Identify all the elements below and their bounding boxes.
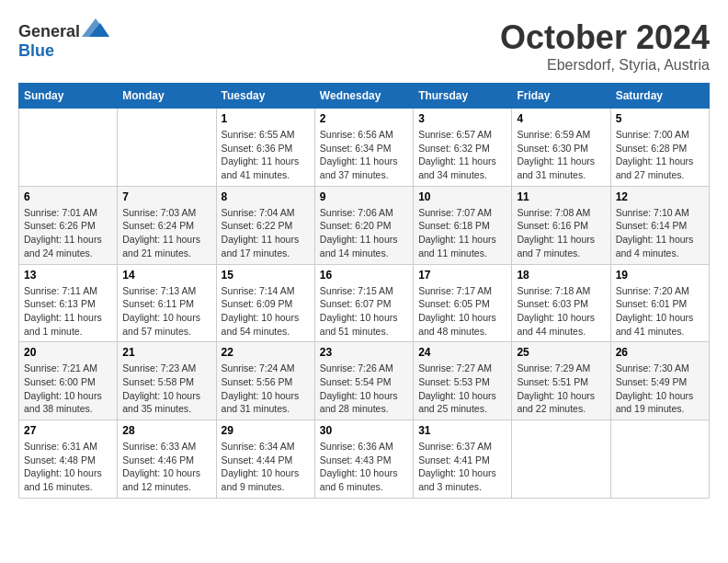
day-number: 17 bbox=[418, 269, 506, 282]
day-info: Sunrise: 6:37 AMSunset: 4:41 PMDaylight:… bbox=[418, 440, 506, 494]
location-title: Ebersdorf, Styria, Austria bbox=[500, 57, 710, 74]
calendar-cell: 27Sunrise: 6:31 AMSunset: 4:48 PMDayligh… bbox=[19, 420, 118, 499]
day-info: Sunrise: 7:24 AMSunset: 5:56 PMDaylight:… bbox=[222, 362, 310, 416]
calendar-cell: 4Sunrise: 6:59 AMSunset: 6:30 PMDaylight… bbox=[512, 109, 610, 187]
calendar-cell: 29Sunrise: 6:34 AMSunset: 4:44 PMDayligh… bbox=[216, 420, 314, 499]
calendar-cell: 2Sunrise: 6:56 AMSunset: 6:34 PMDaylight… bbox=[314, 109, 413, 187]
day-info: Sunrise: 7:07 AMSunset: 6:18 PMDaylight:… bbox=[418, 206, 506, 260]
day-info: Sunrise: 7:04 AMSunset: 6:22 PMDaylight:… bbox=[222, 206, 310, 260]
day-number: 23 bbox=[320, 346, 408, 359]
logo: General Blue bbox=[18, 18, 109, 61]
calendar-cell: 25Sunrise: 7:29 AMSunset: 5:51 PMDayligh… bbox=[512, 342, 610, 420]
day-info: Sunrise: 7:08 AMSunset: 6:16 PMDaylight:… bbox=[517, 206, 605, 260]
day-info: Sunrise: 7:17 AMSunset: 6:05 PMDaylight:… bbox=[418, 284, 506, 339]
weekday-header-monday: Monday bbox=[118, 84, 216, 109]
calendar-cell: 17Sunrise: 7:17 AMSunset: 6:05 PMDayligh… bbox=[414, 264, 512, 342]
logo-text-general: General bbox=[18, 22, 80, 40]
logo-icon bbox=[82, 18, 109, 37]
day-number: 5 bbox=[616, 112, 704, 125]
day-number: 11 bbox=[517, 190, 605, 203]
calendar-cell bbox=[610, 420, 709, 499]
day-info: Sunrise: 7:00 AMSunset: 6:28 PMDaylight:… bbox=[616, 128, 704, 182]
day-number: 2 bbox=[320, 112, 408, 125]
day-number: 9 bbox=[320, 190, 408, 203]
day-info: Sunrise: 6:36 AMSunset: 4:43 PMDaylight:… bbox=[320, 440, 408, 494]
day-info: Sunrise: 7:21 AMSunset: 6:00 PMDaylight:… bbox=[24, 362, 112, 416]
day-info: Sunrise: 7:06 AMSunset: 6:20 PMDaylight:… bbox=[320, 206, 408, 260]
day-info: Sunrise: 7:26 AMSunset: 5:54 PMDaylight:… bbox=[320, 362, 408, 416]
day-number: 26 bbox=[616, 346, 704, 359]
day-number: 13 bbox=[24, 269, 112, 282]
calendar-cell: 8Sunrise: 7:04 AMSunset: 6:22 PMDaylight… bbox=[216, 186, 314, 264]
day-info: Sunrise: 7:10 AMSunset: 6:14 PMDaylight:… bbox=[616, 206, 704, 260]
calendar-cell: 28Sunrise: 6:33 AMSunset: 4:46 PMDayligh… bbox=[118, 420, 216, 499]
calendar-cell: 14Sunrise: 7:13 AMSunset: 6:11 PMDayligh… bbox=[118, 264, 216, 342]
weekday-header-row: SundayMondayTuesdayWednesdayThursdayFrid… bbox=[19, 84, 710, 109]
calendar-cell: 22Sunrise: 7:24 AMSunset: 5:56 PMDayligh… bbox=[216, 342, 314, 420]
day-number: 25 bbox=[517, 346, 605, 359]
calendar-cell: 26Sunrise: 7:30 AMSunset: 5:49 PMDayligh… bbox=[610, 342, 709, 420]
calendar-cell: 18Sunrise: 7:18 AMSunset: 6:03 PMDayligh… bbox=[512, 264, 610, 342]
day-number: 15 bbox=[222, 269, 310, 282]
calendar-cell: 12Sunrise: 7:10 AMSunset: 6:14 PMDayligh… bbox=[610, 186, 709, 264]
calendar-week-row: 6Sunrise: 7:01 AMSunset: 6:26 PMDaylight… bbox=[19, 186, 710, 264]
day-number: 18 bbox=[517, 269, 605, 282]
calendar-cell: 6Sunrise: 7:01 AMSunset: 6:26 PMDaylight… bbox=[19, 186, 118, 264]
day-number: 24 bbox=[418, 346, 506, 359]
day-info: Sunrise: 7:11 AMSunset: 6:13 PMDaylight:… bbox=[24, 284, 112, 339]
logo-wordmark: General Blue bbox=[18, 18, 109, 61]
calendar-cell: 15Sunrise: 7:14 AMSunset: 6:09 PMDayligh… bbox=[216, 264, 314, 342]
day-number: 20 bbox=[24, 346, 112, 359]
day-number: 19 bbox=[616, 269, 704, 282]
day-number: 10 bbox=[418, 190, 506, 203]
title-area: October 2024 Ebersdorf, Styria, Austria bbox=[500, 18, 710, 74]
day-info: Sunrise: 7:29 AMSunset: 5:51 PMDaylight:… bbox=[517, 362, 605, 416]
calendar-cell: 10Sunrise: 7:07 AMSunset: 6:18 PMDayligh… bbox=[414, 186, 512, 264]
calendar-week-row: 27Sunrise: 6:31 AMSunset: 4:48 PMDayligh… bbox=[19, 420, 710, 499]
calendar-cell: 5Sunrise: 7:00 AMSunset: 6:28 PMDaylight… bbox=[610, 109, 709, 187]
day-info: Sunrise: 6:56 AMSunset: 6:34 PMDaylight:… bbox=[320, 128, 408, 182]
day-number: 12 bbox=[616, 190, 704, 203]
calendar-week-row: 20Sunrise: 7:21 AMSunset: 6:00 PMDayligh… bbox=[19, 342, 710, 420]
day-number: 30 bbox=[320, 424, 408, 437]
day-number: 16 bbox=[320, 269, 408, 282]
calendar-cell: 16Sunrise: 7:15 AMSunset: 6:07 PMDayligh… bbox=[314, 264, 413, 342]
day-info: Sunrise: 6:57 AMSunset: 6:32 PMDaylight:… bbox=[418, 128, 506, 182]
day-info: Sunrise: 7:30 AMSunset: 5:49 PMDaylight:… bbox=[616, 362, 704, 416]
weekday-header-friday: Friday bbox=[512, 84, 610, 109]
day-number: 29 bbox=[222, 424, 310, 437]
month-title: October 2024 bbox=[500, 18, 710, 57]
day-number: 4 bbox=[517, 112, 605, 125]
day-info: Sunrise: 7:23 AMSunset: 5:58 PMDaylight:… bbox=[122, 362, 210, 416]
calendar-cell bbox=[118, 109, 216, 187]
day-number: 6 bbox=[24, 190, 112, 203]
day-info: Sunrise: 7:20 AMSunset: 6:01 PMDaylight:… bbox=[616, 284, 704, 339]
calendar-cell: 30Sunrise: 6:36 AMSunset: 4:43 PMDayligh… bbox=[314, 420, 413, 499]
day-number: 7 bbox=[122, 190, 210, 203]
calendar-cell: 24Sunrise: 7:27 AMSunset: 5:53 PMDayligh… bbox=[414, 342, 512, 420]
calendar-cell: 3Sunrise: 6:57 AMSunset: 6:32 PMDaylight… bbox=[414, 109, 512, 187]
weekday-header-thursday: Thursday bbox=[414, 84, 512, 109]
day-info: Sunrise: 6:55 AMSunset: 6:36 PMDaylight:… bbox=[222, 128, 310, 182]
day-info: Sunrise: 7:27 AMSunset: 5:53 PMDaylight:… bbox=[418, 362, 506, 416]
day-number: 22 bbox=[222, 346, 310, 359]
logo-text-blue: Blue bbox=[18, 41, 54, 60]
day-number: 8 bbox=[222, 190, 310, 203]
weekday-header-sunday: Sunday bbox=[19, 84, 118, 109]
calendar-cell: 31Sunrise: 6:37 AMSunset: 4:41 PMDayligh… bbox=[414, 420, 512, 499]
calendar-cell: 1Sunrise: 6:55 AMSunset: 6:36 PMDaylight… bbox=[216, 109, 314, 187]
day-number: 3 bbox=[418, 112, 506, 125]
calendar-week-row: 1Sunrise: 6:55 AMSunset: 6:36 PMDaylight… bbox=[19, 109, 710, 187]
weekday-header-tuesday: Tuesday bbox=[216, 84, 314, 109]
day-number: 28 bbox=[122, 424, 210, 437]
page-header: General Blue October 2024 Ebersdorf, Sty… bbox=[18, 18, 710, 74]
day-number: 21 bbox=[122, 346, 210, 359]
day-info: Sunrise: 6:31 AMSunset: 4:48 PMDaylight:… bbox=[24, 440, 112, 494]
day-number: 31 bbox=[418, 424, 506, 437]
day-info: Sunrise: 6:34 AMSunset: 4:44 PMDaylight:… bbox=[222, 440, 310, 494]
calendar-cell: 11Sunrise: 7:08 AMSunset: 6:16 PMDayligh… bbox=[512, 186, 610, 264]
calendar-cell: 9Sunrise: 7:06 AMSunset: 6:20 PMDaylight… bbox=[314, 186, 413, 264]
calendar-cell: 7Sunrise: 7:03 AMSunset: 6:24 PMDaylight… bbox=[118, 186, 216, 264]
day-number: 27 bbox=[24, 424, 112, 437]
day-number: 14 bbox=[122, 269, 210, 282]
